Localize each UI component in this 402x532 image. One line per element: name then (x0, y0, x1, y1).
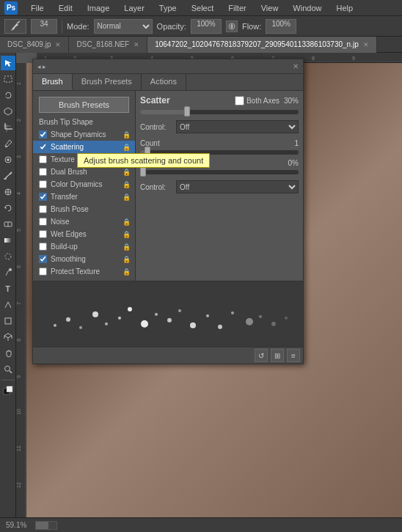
brush-option-dual-brush[interactable]: Dual Brush 🔒 (33, 166, 135, 178)
tool-text[interactable]: T (1, 281, 15, 296)
brush-option-wet-edges[interactable]: Wet Edges 🔒 (33, 228, 135, 240)
tool-pen[interactable] (1, 265, 15, 280)
brush-option-tip-shape[interactable]: Brush Tip Shape (33, 116, 135, 128)
count-jitter-slider-thumb[interactable] (140, 166, 146, 177)
scattering-check[interactable] (39, 143, 47, 151)
brush-option-smoothing[interactable]: Smoothing 🔒 (33, 253, 135, 265)
divider (62, 20, 62, 33)
brush-option-scattering[interactable]: Scattering 🔒 (33, 141, 135, 153)
tool-crop[interactable] (1, 120, 15, 135)
tab-bar: DSC_8409.jp ✕ DSC_8168.NEF ✕ 10647202_10… (0, 37, 402, 53)
brush-pose-check[interactable] (39, 205, 47, 213)
dialog-close[interactable]: ✕ (293, 62, 299, 70)
svg-point-54 (66, 317, 70, 322)
brush-pose-label: Brush Pose (51, 205, 89, 213)
dialog-icon-rotate[interactable]: ↺ (255, 349, 268, 362)
transfer-label: Transfer (51, 193, 78, 201)
dialog-icon-menu[interactable]: ≡ (287, 349, 300, 362)
brush-size-input[interactable]: 34 (31, 19, 57, 34)
tool-foreground[interactable] (1, 383, 15, 398)
tool-select[interactable] (1, 56, 15, 70)
brush-option-noise[interactable]: Noise 🔒 (33, 215, 135, 228)
buildup-check[interactable] (39, 243, 47, 251)
tool-3d[interactable] (1, 330, 15, 344)
tab-1[interactable]: DSC_8168.NEF ✕ (69, 37, 147, 53)
count-slider-track[interactable] (140, 150, 299, 155)
mode-select[interactable]: Normal (94, 19, 153, 34)
opacity-input[interactable]: 100% (191, 19, 222, 34)
control-row-1: Control: Off (140, 120, 299, 133)
menu-type[interactable]: Type (156, 2, 180, 14)
tool-path[interactable] (1, 298, 15, 312)
tool-eyedropper[interactable] (1, 136, 15, 151)
tool-gradient[interactable] (1, 233, 15, 248)
menu-filter[interactable]: Filter (225, 2, 249, 14)
menu-window[interactable]: Window (290, 2, 324, 14)
protect-texture-lock: 🔒 (123, 268, 131, 276)
tab-0-close[interactable]: ✕ (55, 41, 61, 48)
svg-text:11: 11 (16, 446, 21, 451)
count-jitter-slider-track[interactable] (140, 170, 299, 174)
brush-option-shape-dynamics[interactable]: Shape Dynamics 🔒 (33, 128, 135, 141)
brush-tool-icon[interactable] (4, 19, 26, 34)
tool-heal[interactable] (1, 152, 15, 167)
menu-help[interactable]: Help (333, 2, 356, 14)
smoothing-check[interactable] (39, 255, 47, 263)
tool-zoom[interactable] (1, 362, 15, 377)
protect-texture-check[interactable] (39, 267, 47, 276)
dialog-tab-presets[interactable]: Brush Presets (73, 74, 142, 90)
count-jitter-group: Count Jitter 0% (140, 159, 299, 167)
tool-hand[interactable] (1, 346, 15, 361)
brush-option-texture[interactable]: Texture 🔒 (33, 153, 135, 166)
menu-file[interactable]: File (28, 2, 47, 14)
shape-dynamics-check[interactable] (39, 130, 47, 138)
menu-layer[interactable]: Layer (121, 2, 147, 14)
brush-option-brush-pose[interactable]: Brush Pose (33, 203, 135, 215)
flow-input[interactable]: 100% (266, 19, 296, 34)
dialog-tab-actions[interactable]: Actions (142, 74, 186, 90)
brush-option-transfer[interactable]: Transfer 🔒 (33, 191, 135, 203)
scatter-slider-row (140, 110, 299, 114)
brush-option-color-dynamics[interactable]: Color Dynamics 🔒 (33, 178, 135, 191)
transfer-check[interactable] (39, 193, 47, 201)
scatter-slider-thumb[interactable] (184, 106, 190, 117)
tab-0[interactable]: DSC_8409.jp ✕ (0, 37, 69, 53)
tab-1-close[interactable]: ✕ (134, 41, 139, 48)
control-select-1[interactable]: Off (176, 120, 299, 133)
brush-presets-button[interactable]: Brush Presets (39, 97, 129, 113)
noise-check[interactable] (39, 218, 47, 226)
color-dynamics-check[interactable] (39, 180, 47, 188)
tool-polygon[interactable] (1, 104, 15, 119)
brush-option-buildup[interactable]: Build-up 🔒 (33, 240, 135, 253)
tool-clone[interactable] (1, 185, 15, 199)
tool-rect[interactable] (1, 314, 15, 328)
zoom-bar[interactable] (35, 521, 57, 530)
brush-option-protect-texture[interactable]: Protect Texture 🔒 (33, 265, 135, 278)
count-jitter-slider-row (140, 170, 299, 174)
dialog-tab-brush[interactable]: Brush (33, 74, 73, 90)
count-slider-thumb[interactable] (145, 147, 150, 157)
control-select-2[interactable]: Off (176, 180, 299, 193)
tool-brush[interactable] (1, 169, 15, 183)
tool-rect-select[interactable] (1, 72, 15, 86)
dialog-icon-grid[interactable]: ⊞ (271, 349, 284, 362)
menu-image[interactable]: Image (84, 2, 113, 14)
tab-2[interactable]: 10647202_10204767818379207_2909540113386… (147, 37, 377, 53)
menu-select[interactable]: Select (189, 2, 217, 14)
menu-edit[interactable]: Edit (56, 2, 76, 14)
dialog-collapse[interactable]: ◂▸ (37, 63, 46, 70)
opacity-icon[interactable] (226, 21, 238, 32)
menu-view[interactable]: View (258, 2, 282, 14)
app-icon: Ps (4, 1, 18, 15)
tool-eraser[interactable] (1, 217, 15, 232)
tool-blur[interactable] (1, 249, 15, 264)
dual-brush-check[interactable] (39, 168, 47, 176)
wet-edges-check[interactable] (39, 230, 47, 238)
scatter-slider-track[interactable] (140, 110, 299, 114)
control-label-1: Control: (140, 123, 173, 131)
tool-lasso[interactable] (1, 88, 15, 103)
tab-2-close[interactable]: ✕ (363, 41, 369, 48)
texture-check[interactable] (39, 155, 47, 163)
tool-history[interactable] (1, 201, 15, 215)
both-axes-check[interactable] (235, 96, 244, 106)
